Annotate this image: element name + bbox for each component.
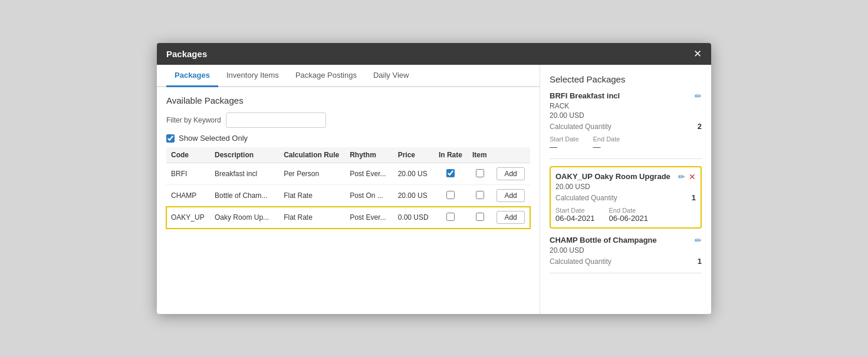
start-date-value: 06-04-2021 [555,214,595,223]
cell-calc-rule: Flat Rate [279,207,345,229]
pkg-date-row: Start Date 06-04-2021 End Date 06-06-202… [555,207,696,223]
add-button[interactable]: Add [497,189,524,202]
add-button[interactable]: Add [497,211,524,224]
cell-description: Oaky Room Up... [210,207,279,229]
right-panel: Selected Packages BRFI Breakfast incl ✏ … [540,65,711,314]
item-checkbox[interactable] [476,169,484,177]
start-date-label: Start Date [555,207,595,214]
add-button[interactable]: Add [497,167,524,180]
inrate-checkbox[interactable] [446,191,455,199]
end-date-value: 06-06-2021 [609,214,649,223]
cell-rhythm: Post Ever... [345,163,393,185]
pkg-calc-qty-value: 1 [698,257,702,266]
tab-postings[interactable]: Package Postings [287,65,365,87]
pkg-card-qty-row: Calculated Quantity 1 [555,193,696,202]
inrate-checkbox[interactable] [446,213,455,221]
th-rhythm: Rhythm [345,147,393,163]
pkg-card-name: CHAMP Bottle of Champagne [550,236,657,244]
cell-item [468,163,492,185]
th-inrate: In Rate [434,147,468,163]
end-date-label: End Date [609,207,649,214]
pkg-end-date-col: End Date 06-06-2021 [609,207,649,223]
cell-action: Add [492,207,530,229]
start-date-label: Start Date [550,135,579,143]
cell-price: 20.00 US [393,163,434,185]
cell-action: Add [492,185,530,207]
filter-row: Filter by Keyword [157,109,540,131]
filter-input[interactable] [226,113,326,128]
cell-description: Breakfast incl [210,163,279,185]
cell-code: BRFI [166,163,210,185]
cell-description: Bottle of Cham... [210,185,279,207]
start-date-value: — [550,143,557,151]
cell-rhythm: Post Ever... [345,207,393,229]
th-price: Price [393,147,434,163]
cell-rhythm: Post On ... [345,185,393,207]
pkg-calc-qty-value: 2 [698,122,702,131]
modal-title: Packages [166,49,207,59]
left-panel: Packages Inventory Items Package Posting… [157,65,540,314]
table-row: OAKY_UP Oaky Room Up... Flat Rate Post E… [166,207,530,229]
pkg-delete-button[interactable]: ✕ [689,172,696,181]
pkg-card-sub: RACK [550,102,702,110]
pkg-start-date-col: Start Date — [550,135,579,151]
filter-label: Filter by Keyword [166,116,221,124]
modal-body: Packages Inventory Items Package Posting… [157,65,711,314]
selected-packages-title: Selected Packages [550,74,702,84]
cell-calc-rule: Per Person [279,163,345,185]
close-button[interactable]: ✕ [693,49,702,59]
pkg-card-actions: ✏ [695,91,702,101]
pkg-card-qty-row: Calculated Quantity 2 [550,122,702,131]
pkg-edit-button[interactable]: ✏ [695,91,702,101]
selected-package-card: CHAMP Bottle of Champagne ✏ 20.00 USD Ca… [550,236,702,273]
tab-inventory[interactable]: Inventory Items [218,65,287,87]
pkg-card-name: OAKY_UP Oaky Room Upgrade [555,172,670,181]
pkg-card-name: BRFI Breakfast incl [550,91,620,100]
cell-item [468,185,492,207]
table-row: CHAMP Bottle of Cham... Flat Rate Post O… [166,185,530,207]
end-date-label: End Date [593,135,620,143]
pkg-edit-button[interactable]: ✏ [695,236,702,245]
cell-price: 20.00 US [393,185,434,207]
end-date-value: — [593,143,601,151]
th-item: Item [468,147,492,163]
inrate-checkbox[interactable] [446,169,455,177]
show-selected-label: Show Selected Only [179,134,248,143]
cell-calc-rule: Flat Rate [279,185,345,207]
cell-price: 0.00 USD [393,207,434,229]
pkg-card-price: 20.00 USD [550,246,702,254]
cell-action: Add [492,163,530,185]
item-checkbox[interactable] [476,191,484,199]
modal-header: Packages ✕ [157,43,711,65]
pkg-card-header: OAKY_UP Oaky Room Upgrade ✏ ✕ [555,172,696,181]
table-row: BRFI Breakfast incl Per Person Post Ever… [166,163,530,185]
pkg-calc-qty-label: Calculated Quantity [550,123,611,131]
th-description: Description [210,147,279,163]
selected-package-card: OAKY_UP Oaky Room Upgrade ✏ ✕ 20.00 USD … [550,166,702,229]
th-code: Code [166,147,210,163]
pkg-card-actions: ✏ [695,236,702,245]
pkg-card-qty-row: Calculated Quantity 1 [550,257,702,266]
selected-packages-list: BRFI Breakfast incl ✏ RACK 20.00 USD Cal… [550,91,702,273]
show-selected-row: Show Selected Only [157,131,540,147]
pkg-calc-qty-label: Calculated Quantity [555,194,617,202]
cell-item [468,207,492,229]
selected-package-card: BRFI Breakfast incl ✏ RACK 20.00 USD Cal… [550,91,702,159]
pkg-date-row: Start Date — End Date — [550,135,702,151]
pkg-end-date-col: End Date — [593,135,620,151]
pkg-edit-button[interactable]: ✏ [678,172,685,181]
cell-code: CHAMP [166,185,210,207]
tabs: Packages Inventory Items Package Posting… [157,65,540,87]
show-selected-checkbox[interactable] [166,134,175,143]
pkg-start-date-col: Start Date 06-04-2021 [555,207,595,223]
pkg-card-header: BRFI Breakfast incl ✏ [550,91,702,101]
item-checkbox[interactable] [476,213,484,221]
tab-daily[interactable]: Daily View [365,65,417,87]
pkg-card-actions: ✏ ✕ [678,172,696,181]
pkg-calc-qty-label: Calculated Quantity [550,257,611,266]
cell-code: OAKY_UP [166,207,210,229]
available-packages-title: Available Packages [157,87,540,109]
th-action [492,147,530,163]
pkg-card-price: 20.00 USD [555,183,696,191]
tab-packages[interactable]: Packages [166,65,218,87]
